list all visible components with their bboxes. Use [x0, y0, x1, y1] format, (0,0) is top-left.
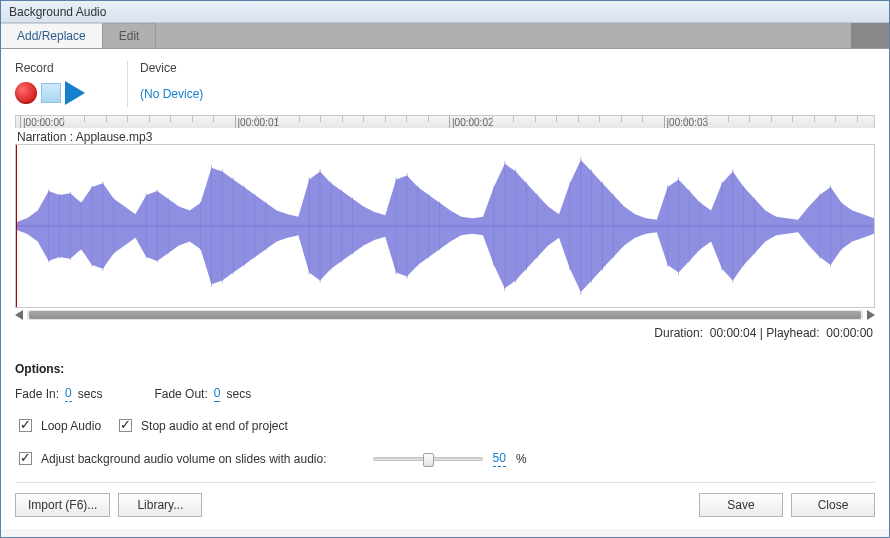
narration-file: Applause.mp3: [76, 130, 153, 144]
playhead-indicator[interactable]: [16, 145, 17, 307]
scroll-track[interactable]: [27, 310, 863, 320]
scroll-left-icon[interactable]: [15, 310, 23, 320]
playhead-value: 00:00:00: [826, 326, 873, 340]
record-group: Record: [15, 61, 125, 105]
tab-edit[interactable]: Edit: [103, 23, 157, 48]
duration-value: 00:00:04: [710, 326, 757, 340]
loop-label[interactable]: Loop Audio: [41, 419, 101, 433]
content: Record Device (No Device) |00:00:00|00:0…: [1, 49, 889, 529]
waveform-area[interactable]: [15, 144, 875, 308]
footer: Import (F6)... Library... Save Close: [15, 482, 875, 529]
timeline-ruler[interactable]: |00:00:00|00:00:01|00:00:02|00:00:03: [15, 115, 875, 128]
loop-checkbox[interactable]: [19, 419, 32, 432]
window: Background Audio Add/Replace Edit Record…: [0, 0, 890, 538]
narration-prefix: Narration :: [17, 130, 76, 144]
record-controls: [15, 81, 125, 105]
fade-in-label: Fade In:: [15, 387, 59, 401]
narration-label: Narration : Applause.mp3: [15, 130, 875, 144]
volume-percent[interactable]: 50: [493, 451, 506, 467]
fade-out-value[interactable]: 0: [214, 386, 221, 402]
device-label: Device: [140, 61, 203, 75]
record-icon[interactable]: [15, 82, 37, 104]
volume-slider[interactable]: 50 %: [373, 451, 527, 467]
tab-strip: Add/Replace Edit: [1, 23, 889, 49]
playhead-label: Playhead:: [766, 326, 819, 340]
record-label: Record: [15, 61, 125, 75]
save-button[interactable]: Save: [699, 493, 783, 517]
record-device-bar: Record Device (No Device): [15, 57, 875, 111]
library-button[interactable]: Library...: [118, 493, 202, 517]
play-icon[interactable]: [65, 81, 85, 105]
fade-in-value[interactable]: 0: [65, 386, 72, 402]
divider: [127, 61, 128, 107]
slider-track[interactable]: [373, 457, 483, 461]
status-row: Duration: 00:00:04 | Playhead: 00:00:00: [15, 326, 873, 340]
fade-in-unit: secs: [78, 387, 103, 401]
adjust-vol-label[interactable]: Adjust background audio volume on slides…: [41, 452, 327, 466]
percent-sign: %: [516, 452, 527, 466]
fade-out-label: Fade Out:: [154, 387, 207, 401]
scroll-thumb[interactable]: [29, 311, 861, 319]
adjust-vol-checkbox[interactable]: [19, 452, 32, 465]
loop-row: Loop Audio Stop audio at end of project: [15, 416, 875, 435]
window-title: Background Audio: [9, 5, 106, 19]
stop-end-label[interactable]: Stop audio at end of project: [141, 419, 288, 433]
tab-add-replace[interactable]: Add/Replace: [1, 23, 103, 48]
duration-label: Duration:: [654, 326, 703, 340]
titlebar: Background Audio: [1, 1, 889, 23]
stop-icon[interactable]: [41, 83, 61, 103]
close-button[interactable]: Close: [791, 493, 875, 517]
device-value[interactable]: (No Device): [140, 87, 203, 101]
adjust-vol-row: Adjust background audio volume on slides…: [15, 449, 875, 468]
waveform-scrollbar[interactable]: [15, 310, 875, 320]
slider-thumb[interactable]: [423, 453, 434, 467]
tabstrip-end: [851, 23, 889, 48]
fade-row: Fade In: 0 secs Fade Out: 0 secs: [15, 386, 875, 402]
options-title: Options:: [15, 362, 875, 376]
status-sep: |: [756, 326, 766, 340]
stop-end-checkbox[interactable]: [119, 419, 132, 432]
scroll-right-icon[interactable]: [867, 310, 875, 320]
device-group: Device (No Device): [140, 61, 203, 101]
fade-out-unit: secs: [226, 387, 251, 401]
import-button[interactable]: Import (F6)...: [15, 493, 110, 517]
waveform-svg: [16, 145, 874, 307]
